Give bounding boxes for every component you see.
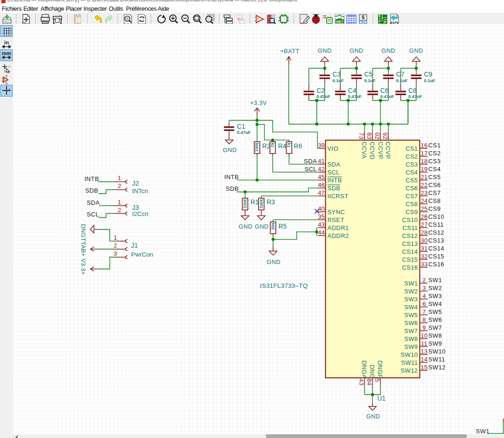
svg-text:35: 35 [318, 213, 325, 220]
svg-text:15: 15 [421, 364, 428, 371]
svg-text:0.1uF: 0.1uF [364, 78, 376, 83]
svg-text:R3: R3 [267, 199, 275, 206]
svg-text:9: 9 [422, 324, 426, 331]
svg-text:k1: k1 [270, 143, 275, 147]
svg-text:SW3: SW3 [428, 292, 442, 299]
svg-text:R1: R1 [251, 199, 259, 206]
svg-text:ADDR2: ADDR2 [328, 232, 349, 239]
svg-text:SDB: SDB [85, 187, 98, 194]
svg-text:1: 1 [118, 174, 121, 181]
svg-text:CS1: CS1 [406, 145, 418, 152]
svg-text:SCL: SCL [328, 169, 340, 176]
svg-text:92: 92 [382, 132, 389, 139]
svg-text:33: 33 [421, 261, 428, 268]
svg-text:CS16: CS16 [428, 261, 444, 268]
svg-text:GND: GND [350, 47, 364, 54]
svg-text:CS11: CS11 [402, 224, 418, 231]
svg-text:45: 45 [318, 174, 325, 181]
svg-text:CS10: CS10 [402, 216, 418, 223]
svg-text:SW3: SW3 [404, 296, 418, 303]
svg-text:k02: k02 [271, 223, 275, 229]
svg-text:CS1: CS1 [428, 142, 441, 149]
svg-text:CS14: CS14 [428, 245, 444, 252]
svg-text:16: 16 [421, 142, 428, 149]
svg-text:in: in [4, 40, 9, 45]
svg-text:24: 24 [421, 197, 428, 204]
svg-text:SW1: SW1 [428, 277, 442, 284]
svg-text:84: 84 [366, 379, 373, 386]
svg-text:BOM: BOM [359, 21, 366, 24]
svg-text:2: 2 [118, 182, 121, 189]
svg-text:GND: GND [381, 47, 395, 54]
svg-text:7: 7 [422, 308, 426, 315]
svg-text:2: 2 [118, 207, 121, 214]
svg-text:VIO: VIO [328, 145, 339, 152]
svg-text:SDA: SDA [87, 199, 100, 206]
svg-text:C1: C1 [237, 123, 245, 130]
svg-text:CS13: CS13 [402, 240, 418, 247]
svg-text:2: 2 [113, 242, 117, 249]
svg-text:11: 11 [421, 340, 427, 347]
svg-text:C9: C9 [424, 71, 433, 78]
svg-text:C5: C5 [364, 71, 373, 78]
svg-text:SW5: SW5 [404, 312, 418, 319]
svg-text:SW12: SW12 [428, 364, 446, 371]
svg-text:13: 13 [421, 348, 428, 355]
svg-text:32: 32 [421, 253, 428, 260]
svg-text:CS15: CS15 [428, 253, 444, 260]
svg-text:5: 5 [374, 379, 381, 382]
svg-text:R6: R6 [294, 143, 302, 150]
svg-text:0.1uF: 0.1uF [396, 78, 408, 83]
svg-text:+BATT: +BATT [280, 48, 299, 55]
svg-text:CS3: CS3 [406, 161, 418, 168]
svg-text:GND: GND [409, 47, 423, 54]
svg-text:10: 10 [421, 332, 428, 339]
svg-text:CS10: CS10 [428, 213, 444, 220]
svg-text:28: 28 [421, 229, 428, 236]
svg-text:CS8: CS8 [406, 201, 418, 208]
svg-text:k1: k1 [287, 143, 291, 147]
svg-text:INTB: INTB [328, 177, 342, 184]
svg-text:SW1: SW1 [476, 428, 490, 434]
svg-text:CCVA: CCVA [361, 142, 368, 159]
svg-text:30: 30 [421, 237, 428, 244]
svg-text:TTAB+: TTAB+ [80, 238, 86, 257]
svg-text:SW8: SW8 [404, 335, 418, 342]
svg-text:14: 14 [421, 356, 428, 363]
svg-text:mm: mm [2, 51, 11, 56]
svg-text:2: 2 [422, 277, 426, 284]
svg-text:0.47uF: 0.47uF [408, 94, 422, 99]
svg-text:25: 25 [421, 205, 428, 212]
svg-text:43: 43 [318, 221, 325, 228]
svg-text:3: 3 [422, 285, 426, 292]
svg-text:SW8: SW8 [428, 332, 442, 339]
svg-text:J2: J2 [132, 180, 139, 187]
svg-text:8: 8 [422, 316, 426, 323]
svg-text:SDB: SDB [328, 185, 341, 192]
svg-text:CS7: CS7 [406, 193, 418, 200]
svg-text:CS2: CS2 [406, 153, 418, 160]
svg-text:DNG: DNG [80, 224, 86, 237]
svg-text:SW9: SW9 [428, 340, 442, 347]
svg-text:1: 1 [113, 234, 117, 241]
svg-text:CCVP: CCVP [385, 142, 392, 160]
svg-text:SW10: SW10 [428, 348, 446, 355]
svg-text:GND: GND [266, 258, 280, 265]
svg-text:SW1: SW1 [404, 280, 418, 287]
svg-text:SW6: SW6 [428, 316, 442, 323]
svg-text:$: $ [362, 15, 364, 20]
svg-text:42: 42 [318, 166, 325, 173]
svg-text:0.1uF: 0.1uF [424, 78, 436, 83]
svg-text:CS8: CS8 [428, 197, 441, 204]
svg-text:0.47uF: 0.47uF [237, 130, 251, 135]
svg-text:R4: R4 [278, 143, 287, 150]
svg-text:44: 44 [318, 229, 325, 236]
svg-text:DNG: DNG [369, 365, 376, 379]
svg-text:CS12: CS12 [402, 232, 418, 239]
svg-text:C6: C6 [380, 87, 389, 94]
svg-text:+3.3V: +3.3V [250, 99, 267, 106]
svg-text:CCVD: CCVD [369, 142, 376, 160]
svg-text:V3.3+: V3.3+ [80, 258, 86, 275]
svg-text:CS15: CS15 [402, 256, 418, 263]
svg-text:SDA: SDA [304, 158, 317, 165]
